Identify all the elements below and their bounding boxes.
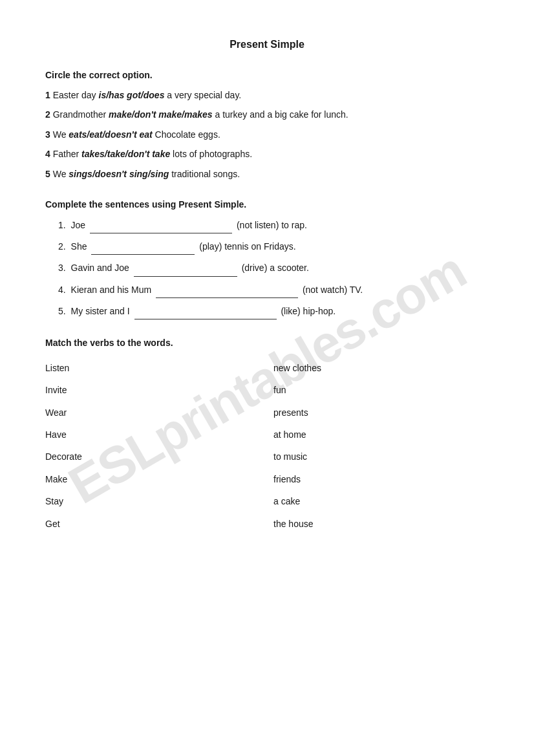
fill-hint-1: (not listen) to rap. <box>237 220 307 230</box>
match-word-1: new clothes <box>267 357 489 379</box>
sentence-3-after: Chocolate eggs. <box>155 129 220 140</box>
sentence-3: 3 We eats/eat/doesn't eat Chocolate eggs… <box>45 127 489 142</box>
sentence-5-after: traditional songs. <box>171 169 240 179</box>
match-table: Listennew clothesInvitefunWearpresentsHa… <box>45 357 489 535</box>
match-word-2: fun <box>267 379 489 401</box>
section3-title: Match the verbs to the words. <box>45 338 489 348</box>
sentence-3-before: We <box>53 129 69 140</box>
sentence-3-num: 3 <box>45 129 50 140</box>
section2-title: Complete the sentences using Present Sim… <box>45 199 489 210</box>
match-row-3: Wearpresents <box>45 402 489 424</box>
fill-hint-2: (play) tennis on Fridays. <box>199 241 295 252</box>
match-verb-7: Stay <box>45 490 267 512</box>
match-word-8: the house <box>267 513 489 535</box>
sentence-4-options: takes/take/don't take <box>81 149 170 159</box>
sentence-2-num: 2 <box>45 109 50 120</box>
fill-blank-1[interactable] <box>90 233 232 233</box>
sentence-4-before: Father <box>53 149 81 159</box>
sentence-4: 4 Father takes/take/don't take lots of p… <box>45 147 489 161</box>
fill-subject-1: Joe <box>71 220 88 230</box>
match-word-4: at home <box>267 424 489 446</box>
match-verb-1: Listen <box>45 357 267 379</box>
sentence-5-num: 5 <box>45 169 50 179</box>
sentence-1-after: a very special day. <box>167 90 241 100</box>
sentence-1-before: Easter day <box>53 90 99 100</box>
sentence-4-after: lots of photographs. <box>173 149 252 159</box>
page-title: Present Simple <box>45 39 489 50</box>
match-row-1: Listennew clothes <box>45 357 489 379</box>
sentence-1-num: 1 <box>45 90 50 100</box>
match-word-5: to music <box>267 446 489 468</box>
match-verb-5: Decorate <box>45 446 267 468</box>
sentence-5: 5 We sings/doesn't sing/sing traditional… <box>45 167 489 181</box>
match-verb-8: Get <box>45 513 267 535</box>
fill-subject-5: My sister and I <box>71 306 133 316</box>
match-verb-2: Invite <box>45 379 267 401</box>
fill-item-1: 1. Joe (not listen) to rap. <box>58 217 489 233</box>
fill-num-1: 1. <box>58 220 66 230</box>
match-verb-3: Wear <box>45 402 267 424</box>
sentence-2-options: make/don't make/makes <box>109 109 213 120</box>
section-complete: Complete the sentences using Present Sim… <box>45 199 489 319</box>
match-word-7: a cake <box>267 490 489 512</box>
match-row-2: Invitefun <box>45 379 489 401</box>
fill-num-5: 5. <box>58 306 66 316</box>
section-match: Match the verbs to the words. Listennew … <box>45 338 489 535</box>
match-row-4: Haveat home <box>45 424 489 446</box>
fill-blank-4[interactable] <box>156 297 298 298</box>
fill-subject-2: She <box>71 241 90 252</box>
fill-num-3: 3. <box>58 263 66 273</box>
fill-blank-5[interactable] <box>134 319 277 319</box>
match-row-5: Decorateto music <box>45 446 489 468</box>
fill-hint-4: (not watch) TV. <box>303 285 363 295</box>
match-word-3: presents <box>267 402 489 424</box>
fill-item-5: 5. My sister and I (like) hip-hop. <box>58 303 489 319</box>
sentence-1-options: is/has got/does <box>99 90 165 100</box>
fill-item-3: 3. Gavin and Joe (drive) a scooter. <box>58 260 489 276</box>
fill-hint-5: (like) hip-hop. <box>281 306 336 316</box>
fill-subject-4: Kieran and his Mum <box>71 285 154 295</box>
fill-item-2: 2. She (play) tennis on Fridays. <box>58 239 489 255</box>
fill-num-4: 4. <box>58 285 66 295</box>
match-row-6: Makefriends <box>45 468 489 490</box>
match-row-7: Staya cake <box>45 490 489 512</box>
match-verb-4: Have <box>45 424 267 446</box>
fill-item-4: 4. Kieran and his Mum (not watch) TV. <box>58 282 489 298</box>
fill-subject-3: Gavin and Joe <box>71 263 132 273</box>
match-verb-6: Make <box>45 468 267 490</box>
sentence-2-before: Grandmother <box>53 109 109 120</box>
sentence-2: 2 Grandmother make/don't make/makes a tu… <box>45 107 489 122</box>
sentence-1: 1 Easter day is/has got/does a very spec… <box>45 88 489 102</box>
sentence-2-after: a turkey and a big cake for lunch. <box>215 109 348 120</box>
section1-title: Circle the correct option. <box>45 70 489 80</box>
fill-blank-2[interactable] <box>91 254 195 255</box>
fill-hint-3: (drive) a scooter. <box>242 263 309 273</box>
match-row-8: Getthe house <box>45 513 489 535</box>
fill-num-2: 2. <box>58 241 66 252</box>
section-circle: Circle the correct option. 1 Easter day … <box>45 70 489 181</box>
fill-blank-3[interactable] <box>134 276 237 277</box>
fill-list: 1. Joe (not listen) to rap. 2. She (play… <box>45 217 489 319</box>
sentence-3-options: eats/eat/doesn't eat <box>69 129 152 140</box>
sentence-5-before: We <box>53 169 69 179</box>
sentence-4-num: 4 <box>45 149 50 159</box>
sentence-5-options: sings/doesn't sing/sing <box>69 169 169 179</box>
match-word-6: friends <box>267 468 489 490</box>
